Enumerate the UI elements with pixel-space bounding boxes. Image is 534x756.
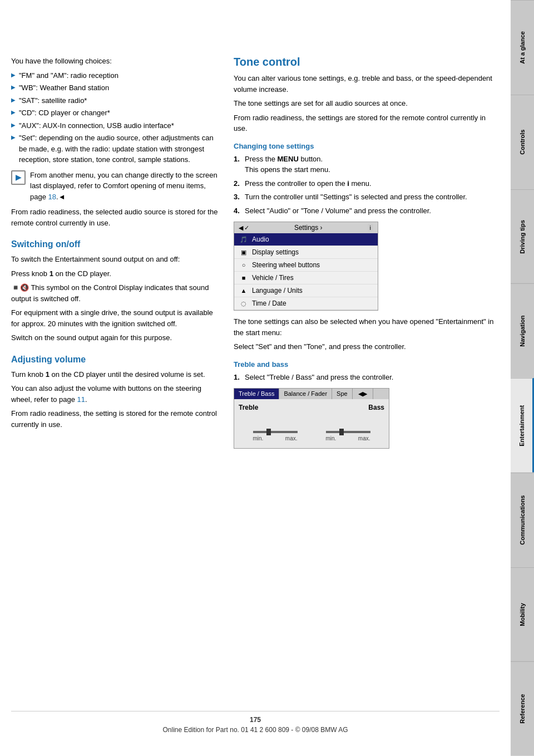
left-column: You have the following choices: ▶"FM" an… (11, 56, 222, 700)
bullet-triangle: ▶ (11, 71, 16, 79)
treble-bass-content: Treble Bass min. max. (234, 399, 389, 448)
tone-heading: Tone control (234, 56, 500, 68)
language-icon: ▲ (239, 287, 249, 294)
switching-body4: For equipment with a single drive, the s… (11, 307, 222, 329)
bullet-item: ▶"AUX": AUX-In connection, USB audio int… (11, 120, 222, 131)
treble-label: Treble (239, 404, 258, 411)
intro-text: You have the following choices: (11, 56, 222, 67)
nav-arrows: ◀ ✓ (239, 224, 249, 232)
bass-minmax: min. max. (326, 435, 370, 441)
adjusting-heading: Adjusting volume (11, 355, 222, 365)
settings-menu: ◀ ✓ Settings › i 🎵 Audio ▣ Display setti… (234, 222, 378, 311)
adjusting-body2: You can also adjust the volume with butt… (11, 383, 222, 405)
note-page-link[interactable]: 18 (48, 193, 56, 201)
treble-bass-tab-row: Treble / Bass Balance / Fader Spe ◀▶ (234, 389, 389, 399)
treble-bass-step1-text: Select "Treble / Bass" and press the con… (245, 372, 393, 383)
adjusting-body1: Turn knob 1 on the CD player until the d… (11, 369, 222, 380)
menu-row-display[interactable]: ▣ Display settings (234, 246, 378, 259)
treble-bass-widget: Treble / Bass Balance / Fader Spe ◀▶ Tre… (234, 388, 389, 449)
display-icon: ▣ (239, 248, 249, 256)
menu-number: i (368, 224, 373, 232)
steps-list: 1. Press the MENU button.This opens the … (234, 154, 500, 217)
bullet-triangle: ▶ (11, 133, 16, 141)
treble-bass-heading: Treble and bass (234, 360, 500, 369)
left-arrow-icon: ◀ (239, 224, 243, 232)
audio-icon: 🎵 (239, 235, 249, 243)
changing-heading: Changing tone settings (234, 142, 500, 150)
bass-slider-container: min. max. (326, 423, 370, 441)
bullet-triangle: ▶ (11, 121, 16, 129)
bullet-item: ▶"Set": depending on the audio source, o… (11, 132, 222, 165)
page-number: 175 (11, 716, 500, 724)
treble-bass-sliders: min. max. min. max. (239, 423, 384, 441)
treble-slider-container: min. max. (253, 423, 298, 441)
bullet-item: ▶"CD": CD player or changer* (11, 107, 222, 119)
tone-body3: From radio readiness, the settings are s… (234, 112, 500, 134)
arrow-icon: ▶ (16, 171, 22, 183)
menu-item-audio: Audio (252, 235, 269, 243)
menu-item-language: Language / Units (252, 287, 303, 294)
menu-item-time: Time / Date (252, 300, 286, 307)
bass-label: Bass (368, 404, 384, 411)
time-icon: ◌ (239, 300, 249, 307)
menu-row-time[interactable]: ◌ Time / Date (234, 297, 378, 310)
bass-min-label: min. (326, 435, 337, 441)
checkmark-icon: ✓ (244, 224, 249, 232)
after-note-text: From radio readiness, the selected audio… (11, 207, 222, 228)
bullet-item: ▶"SAT": satellite radio* (11, 95, 222, 106)
bullet-triangle: ▶ (11, 96, 16, 104)
switching-body5: Switch on the sound output again for thi… (11, 332, 222, 343)
sidebar-tab-at-a-glance[interactable]: At a glance (511, 0, 534, 95)
sidebar-tab-controls[interactable]: Controls (511, 95, 534, 189)
treble-min-label: min. (253, 435, 264, 441)
tab-treble-bass[interactable]: Treble / Bass (234, 389, 279, 399)
menu-item-steering: Steering wheel buttons (252, 261, 320, 269)
vehicle-icon: ■ (239, 274, 249, 282)
treble-thumb[interactable] (266, 429, 271, 435)
sidebar-tab-reference[interactable]: Reference (511, 661, 534, 756)
treble-bass-step1: 1. Select "Treble / Bass" and press the … (234, 372, 500, 383)
switching-body3: ◾🔇 This symbol on the Control Display in… (11, 282, 222, 304)
tab-extra[interactable]: ◀▶ (353, 389, 373, 399)
note-icon: ▶ (11, 170, 26, 185)
step-1: 1. Press the MENU button.This opens the … (234, 154, 500, 175)
step-3: 3. Turn the controller until "Settings" … (234, 192, 500, 203)
sidebar-tab-entertainment[interactable]: Entertainment (511, 378, 534, 473)
note-box: ▶ From another menu, you can change dire… (11, 170, 222, 203)
step-2: 2. Press the controller to open the i me… (234, 178, 500, 189)
menu-row-audio[interactable]: 🎵 Audio (234, 233, 378, 246)
switching-body1: To switch the Entertainment sound output… (11, 254, 222, 265)
page-footer: 175 Online Edition for Part no. 01 41 2 … (11, 711, 500, 734)
bullet-item: ▶"WB": Weather Band station (11, 82, 222, 94)
after-menu2: Select "Set" and then "Tone", and press … (234, 341, 500, 352)
menu-row-vehicle[interactable]: ■ Vehicle / Tires (234, 272, 378, 284)
switching-body2: Press knob 1 on the CD player. (11, 268, 222, 279)
menu-item-display: Display settings (252, 248, 299, 256)
bass-max-label: max. (358, 435, 370, 441)
menu-row-language[interactable]: ▲ Language / Units (234, 284, 378, 297)
sidebar-tab-mobility[interactable]: Mobility (511, 567, 534, 662)
menu-row-steering[interactable]: ○ Steering wheel buttons (234, 259, 378, 272)
right-column: Tone control You can alter various tone … (234, 56, 500, 700)
tone-body1: You can alter various tone settings, e.g… (234, 73, 500, 95)
sidebar-tab-communications[interactable]: Communications (511, 473, 534, 567)
bullet-triangle: ▶ (11, 108, 16, 116)
bass-thumb[interactable] (339, 429, 344, 435)
menu-item-vehicle: Vehicle / Tires (252, 274, 294, 282)
treble-track[interactable] (253, 431, 298, 433)
settings-label: Settings › (294, 224, 323, 232)
tone-body2: The tone settings are set for all audio … (234, 98, 500, 109)
sidebar-tab-driving-tips[interactable]: Driving tips (511, 189, 534, 284)
settings-menu-header: ◀ ✓ Settings › i (234, 222, 378, 233)
copyright-text: Online Edition for Part no. 01 41 2 600 … (11, 726, 500, 734)
tab-balance-fader[interactable]: Balance / Fader (279, 389, 332, 399)
sidebar-tab-navigation[interactable]: Navigation (511, 283, 534, 378)
adjusting-body3: From radio readiness, the setting is sto… (11, 408, 222, 430)
switching-heading: Switching on/off (11, 239, 222, 249)
bass-track[interactable] (326, 431, 370, 433)
step-4: 4. Select "Audio" or "Tone / Volume" and… (234, 205, 500, 217)
bullet-item: ▶"FM" and "AM": radio reception (11, 70, 222, 81)
adjusting-page-link[interactable]: 11 (77, 395, 85, 404)
steering-icon: ○ (239, 261, 249, 269)
tab-speed[interactable]: Spe (332, 389, 353, 399)
